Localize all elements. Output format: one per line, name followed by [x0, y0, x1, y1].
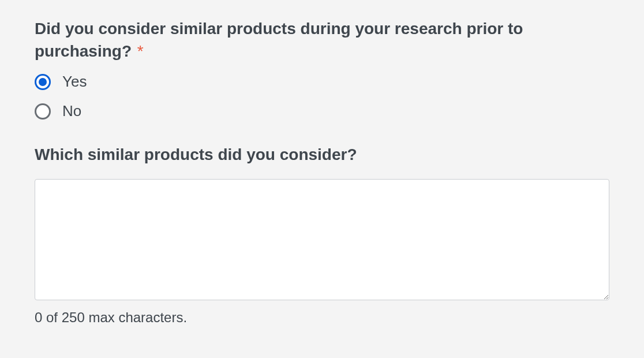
- radio-option-no[interactable]: No: [35, 102, 609, 120]
- similar-products-textarea[interactable]: [35, 179, 609, 300]
- radio-option-yes[interactable]: Yes: [35, 73, 609, 91]
- question-label: Which similar products did you consider?: [35, 143, 609, 166]
- radio-icon: [35, 74, 51, 90]
- radio-icon: [35, 103, 51, 120]
- radio-label: Yes: [62, 73, 87, 91]
- radio-dot-icon: [39, 78, 47, 86]
- question-label: Did you consider similar products during…: [35, 17, 609, 62]
- question-considered-similar: Did you consider similar products during…: [35, 17, 609, 120]
- radio-group: Yes No: [35, 73, 609, 120]
- question-text: Which similar products did you consider?: [35, 146, 357, 163]
- question-which-products: Which similar products did you consider?…: [35, 143, 609, 325]
- radio-label: No: [62, 102, 81, 120]
- char-counter: 0 of 250 max characters.: [35, 309, 609, 326]
- question-text: Did you consider similar products during…: [35, 20, 523, 60]
- required-indicator: *: [137, 42, 144, 60]
